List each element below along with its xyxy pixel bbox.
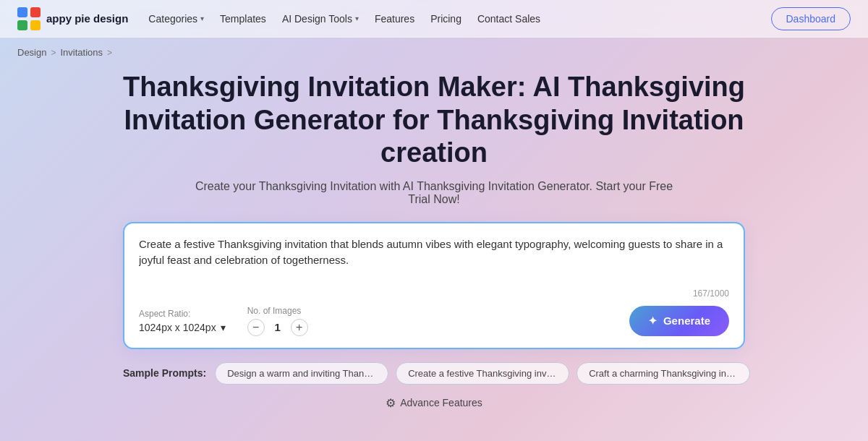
prompt-textarea[interactable]: Create a festive Thanksgiving invitation… [139,236,729,286]
generate-button[interactable]: ✦ Generate [629,306,729,336]
advance-features-label: Advance Features [400,397,482,408]
controls-left: Aspect Ratio: 1024px x 1024px ▾ No. of I… [139,306,308,336]
nav-contact-sales[interactable]: Contact Sales [477,13,540,25]
aspect-ratio-value: 1024px x 1024px [139,322,216,333]
decrement-button[interactable]: − [247,319,265,336]
page-title: Thanksgiving Invitation Maker: AI Thanks… [116,71,752,170]
svg-rect-1 [30,7,41,17]
breadcrumb-sep-2: > [107,48,112,58]
breadcrumb-invitations[interactable]: Invitations [60,47,103,58]
nav-links: Categories ▾ Templates AI Design Tools ▾… [148,13,540,25]
dashboard-button[interactable]: Dashboard [771,7,851,30]
images-count-group: No. of Images − 1 + [247,306,308,336]
aspect-ratio-label: Aspect Ratio: [139,309,226,319]
sample-prompts-section: Sample Prompts: Design a warm and inviti… [123,362,745,385]
sample-chips: Design a warm and inviting Thanksgiving … [215,362,750,385]
breadcrumb-sep-1: > [51,48,56,58]
aspect-ratio-chevron: ▾ [221,322,226,333]
nav-categories[interactable]: Categories ▾ [148,13,204,25]
logo-text: appy pie design [46,12,128,25]
count-control: − 1 + [247,319,308,336]
logo[interactable]: appy pie design [17,7,128,30]
svg-rect-0 [17,7,27,17]
navbar: appy pie design Categories ▾ Templates A… [0,0,868,38]
page-subtitle: Create your Thanksgiving Invitation with… [188,180,680,206]
aspect-ratio-group: Aspect Ratio: 1024px x 1024px ▾ [139,309,226,333]
chevron-down-icon: ▾ [355,14,359,22]
svg-rect-3 [30,20,41,30]
gear-icon: ⚙ [386,396,396,410]
breadcrumb: Design > Invitations > [0,38,868,62]
main-content: Thanksgiving Invitation Maker: AI Thanks… [0,62,868,424]
nav-templates[interactable]: Templates [220,13,266,25]
sample-chip-0[interactable]: Design a warm and inviting Thanksgiving … [215,362,388,385]
prompt-controls: Aspect Ratio: 1024px x 1024px ▾ No. of I… [139,306,729,336]
images-count-value: 1 [272,321,284,333]
svg-rect-2 [17,20,27,30]
sample-prompts-label: Sample Prompts: [123,367,206,379]
generate-icon: ✦ [648,314,658,327]
nav-features[interactable]: Features [375,13,414,25]
aspect-ratio-select[interactable]: 1024px x 1024px ▾ [139,322,226,333]
nav-pricing[interactable]: Pricing [430,13,461,25]
images-count-label: No. of Images [247,306,308,316]
logo-icon [17,7,41,30]
breadcrumb-design[interactable]: Design [17,47,46,58]
chevron-down-icon: ▾ [200,14,204,22]
sample-chip-1[interactable]: Create a festive Thanksgiving invitation… [396,362,569,385]
char-count: 167/1000 [139,288,729,299]
increment-button[interactable]: + [291,319,308,336]
nav-left: appy pie design Categories ▾ Templates A… [17,7,540,30]
advance-features[interactable]: ⚙ Advance Features [386,396,482,410]
sample-chip-2[interactable]: Craft a charming Thanksgiving invitation… [576,362,750,385]
prompt-card: Create a festive Thanksgiving invitation… [123,222,745,349]
nav-ai-design-tools[interactable]: AI Design Tools ▾ [282,13,359,25]
